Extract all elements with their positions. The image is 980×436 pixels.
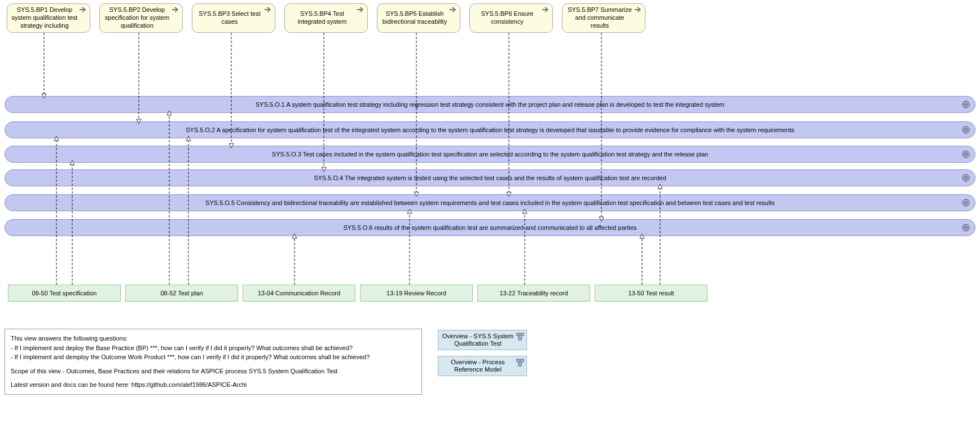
wp-label: 08-50 Test specification [32, 290, 97, 297]
bp-box-bp2[interactable]: SYS.5.BP2 Develop specification for syst… [99, 3, 183, 33]
bp-label: SYS.5.BP3 Select test cases [196, 10, 263, 26]
svg-point-11 [965, 177, 966, 178]
bp-label: SYS.5.BP5 Establish bidirectional tracea… [381, 10, 449, 26]
bp-box-bp1[interactable]: SYS.5.BP1 Develop system qualification t… [7, 3, 90, 33]
svg-rect-21 [517, 359, 520, 361]
bp-box-bp6[interactable]: SYS.5.BP6 Ensure consistency [469, 3, 553, 33]
nav-label: Overview - SYS.5 System Qualification Te… [442, 333, 514, 347]
outcome-label: SYS.5.O.4 The integrated system is teste… [314, 175, 666, 181]
arrow-icon [264, 7, 272, 12]
bp-label: SYS.5.BP1 Develop system qualification t… [11, 6, 78, 29]
outcome-o3[interactable]: SYS.5.O.3 Test cases included in the sys… [5, 146, 975, 163]
note-line: This view answers the following question… [11, 334, 416, 343]
wp-box-1304[interactable]: 13-04 Communication Record [243, 285, 355, 302]
note-line: - If I implement and demploy the Outcome… [11, 352, 416, 362]
svg-rect-22 [521, 359, 524, 361]
wp-box-1319[interactable]: 13-19 Review Record [360, 285, 473, 302]
svg-rect-18 [517, 333, 520, 335]
arrow-icon [357, 7, 364, 12]
wp-label: 13-04 Communication Record [258, 290, 340, 297]
target-icon [961, 150, 970, 159]
svg-point-17 [965, 227, 966, 228]
outcome-label: SYS.5.O.5 Consistency and bidirectional … [205, 199, 775, 206]
arrow-icon [172, 7, 179, 12]
bp-label: SYS.5.BP4 Test integrated system [288, 10, 356, 26]
outcome-label: SYS.5.O.2 A specification for system qua… [186, 127, 794, 133]
diagram-icon [516, 359, 524, 367]
bp-label: SYS.5.BP7 Summarize and communicate resu… [566, 6, 634, 29]
diagram-icon [516, 333, 524, 341]
bp-label: SYS.5.BP2 Develop specification for syst… [103, 6, 171, 29]
description-note: This view answers the following question… [5, 329, 422, 395]
outcome-label: SYS.5.O.6 results of the system qualific… [343, 224, 636, 231]
outcome-o1[interactable]: SYS.5.O.1 A system qualification test st… [5, 96, 975, 113]
svg-rect-23 [518, 364, 521, 366]
arrow-icon [449, 7, 457, 12]
target-icon [961, 173, 970, 182]
wp-label: 13-50 Test result [628, 290, 674, 297]
arrow-icon [79, 7, 87, 12]
nav-overview-sys5[interactable]: Overview - SYS.5 System Qualification Te… [438, 330, 527, 350]
wp-label: 13-22 Traceability record [499, 290, 568, 297]
svg-point-2 [965, 104, 966, 105]
outcome-o5[interactable]: SYS.5.O.5 Consistency and bidirectional … [5, 194, 975, 211]
target-icon [961, 198, 970, 207]
target-icon [961, 125, 970, 134]
svg-point-5 [965, 129, 966, 130]
svg-rect-20 [518, 338, 521, 340]
note-line: - If I implement and deploy the Base Pra… [11, 343, 416, 353]
svg-point-8 [965, 154, 966, 155]
bp-label: SYS.5.BP6 Ensure consistency [473, 10, 541, 26]
svg-rect-19 [521, 333, 524, 335]
outcome-o2[interactable]: SYS.5.O.2 A specification for system qua… [5, 121, 975, 138]
wp-box-0850[interactable]: 08-50 Test specification [8, 285, 121, 302]
wp-box-1350[interactable]: 13-50 Test result [595, 285, 707, 302]
nav-overview-prm[interactable]: Overview - Process Reference Model [438, 356, 527, 376]
bp-box-bp7[interactable]: SYS.5.BP7 Summarize and communicate resu… [562, 3, 645, 33]
note-line: Latest version and docs can be found her… [11, 380, 416, 390]
outcome-label: SYS.5.O.1 A system qualification test st… [256, 101, 724, 108]
wp-label: 08-52 Test plan [160, 290, 203, 297]
outcome-label: SYS.5.O.3 Test cases included in the sys… [272, 151, 708, 158]
arrow-icon [634, 7, 642, 12]
target-icon [961, 100, 970, 109]
note-line: Scope of this view - Outcomes, Base Prac… [11, 367, 416, 376]
wp-box-0852[interactable]: 08-52 Test plan [125, 285, 238, 302]
arrow-icon [542, 7, 550, 12]
outcome-o4[interactable]: SYS.5.O.4 The integrated system is teste… [5, 169, 975, 186]
svg-point-14 [965, 202, 966, 203]
nav-label: Overview - Process Reference Model [442, 359, 514, 373]
target-icon [961, 223, 970, 232]
outcome-o6[interactable]: SYS.5.O.6 results of the system qualific… [5, 219, 975, 236]
wp-box-1322[interactable]: 13-22 Traceability record [477, 285, 590, 302]
bp-box-bp4[interactable]: SYS.5.BP4 Test integrated system [284, 3, 368, 33]
wp-label: 13-19 Review Record [386, 290, 446, 297]
bp-box-bp3[interactable]: SYS.5.BP3 Select test cases [192, 3, 275, 33]
bp-box-bp5[interactable]: SYS.5.BP5 Establish bidirectional tracea… [377, 3, 460, 33]
